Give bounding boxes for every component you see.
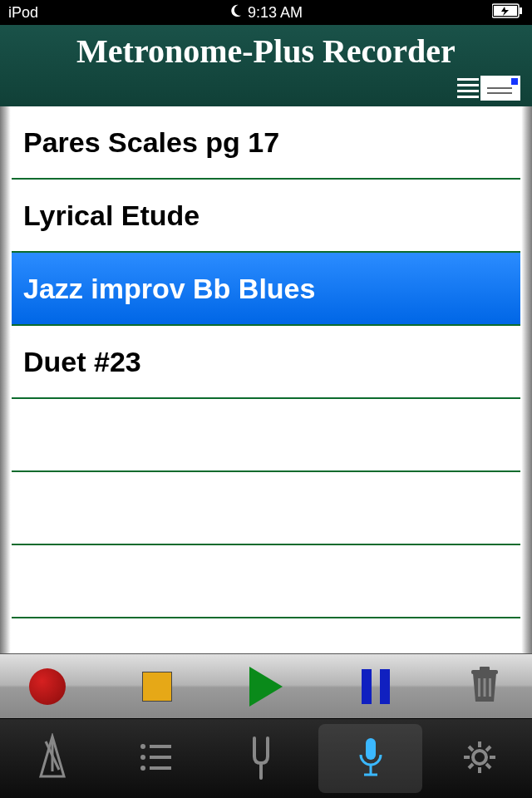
recording-row[interactable]: Jazz improv Bb Blues	[12, 253, 520, 326]
status-time-container: 9:13 AM	[38, 3, 492, 22]
svg-line-25	[469, 746, 473, 751]
svg-line-28	[469, 764, 473, 768]
svg-rect-17	[366, 738, 376, 760]
tab-settings[interactable]	[427, 719, 532, 798]
tab-bar	[0, 718, 532, 798]
play-button[interactable]	[244, 664, 288, 709]
svg-rect-5	[489, 678, 491, 697]
status-time: 9:13 AM	[248, 4, 303, 22]
pause-icon	[362, 669, 390, 704]
trash-icon	[468, 665, 501, 708]
recording-row[interactable]: Lyrical Etude	[12, 180, 520, 253]
svg-point-20	[473, 751, 486, 764]
svg-point-10	[140, 744, 145, 749]
tab-tuner[interactable]	[209, 719, 313, 798]
svg-line-26	[486, 764, 490, 768]
status-bar: iPod 9:13 AM	[0, 0, 532, 25]
svg-rect-13	[150, 756, 171, 759]
svg-rect-1	[520, 7, 522, 14]
stop-button[interactable]	[135, 664, 180, 709]
delete-button[interactable]	[462, 664, 507, 709]
recording-row[interactable]: Pares Scales pg 17	[12, 106, 520, 180]
gear-icon	[458, 733, 501, 785]
tab-metronome[interactable]	[0, 719, 105, 798]
tab-recorder[interactable]	[318, 724, 423, 793]
header: Metronome-Plus Recorder	[0, 25, 532, 106]
envelope-icon	[480, 76, 520, 101]
svg-rect-7	[480, 667, 490, 671]
list-icon	[135, 733, 178, 785]
recording-title: Jazz improv Bb Blues	[23, 273, 315, 305]
record-icon	[29, 668, 66, 705]
recording-title: Lyrical Etude	[23, 200, 200, 232]
empty-row	[12, 399, 520, 472]
empty-row	[12, 545, 520, 618]
microphone-icon	[349, 733, 392, 785]
tab-list[interactable]	[105, 719, 209, 798]
pause-button[interactable]	[353, 664, 398, 709]
list-lines-icon	[457, 78, 479, 98]
svg-rect-4	[484, 678, 486, 697]
record-button[interactable]	[25, 664, 70, 709]
page-title: Metronome-Plus Recorder	[0, 25, 532, 71]
metronome-icon	[31, 733, 74, 785]
svg-point-12	[140, 755, 145, 760]
transport-toolbar	[0, 653, 532, 718]
recording-row[interactable]: Duet #23	[12, 326, 520, 399]
share-list-button[interactable]	[457, 75, 522, 101]
battery-icon	[492, 3, 524, 22]
svg-line-27	[486, 746, 490, 751]
status-device: iPod	[8, 4, 38, 22]
empty-row	[12, 472, 520, 545]
recording-title: Duet #23	[23, 346, 141, 378]
tuning-fork-icon	[239, 733, 283, 785]
svg-point-14	[140, 766, 145, 771]
svg-rect-15	[150, 766, 171, 770]
svg-rect-11	[150, 745, 171, 748]
stop-icon	[142, 672, 172, 702]
do-not-disturb-icon	[228, 3, 243, 22]
recording-title: Pares Scales pg 17	[23, 126, 279, 159]
recording-list: Pares Scales pg 17Lyrical EtudeJazz impr…	[0, 106, 532, 653]
svg-rect-3	[478, 678, 480, 697]
play-icon	[249, 667, 283, 707]
